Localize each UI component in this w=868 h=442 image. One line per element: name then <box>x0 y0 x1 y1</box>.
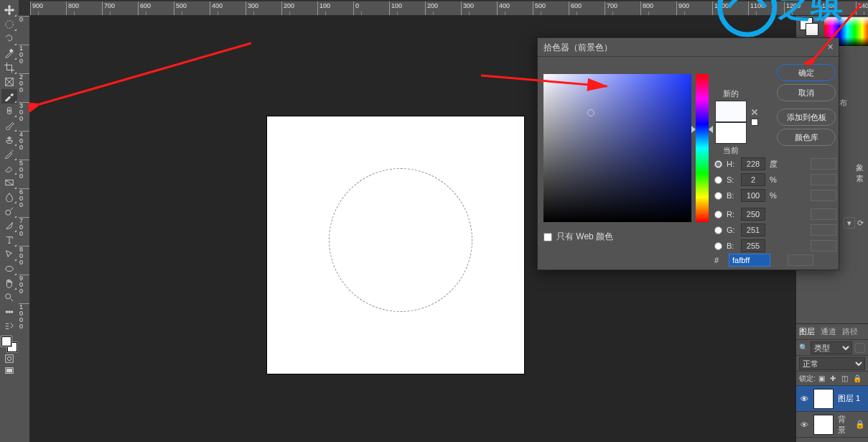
input-h[interactable] <box>741 157 765 170</box>
foreground-color-swatch[interactable] <box>1 336 11 346</box>
input-bl[interactable] <box>741 239 765 252</box>
input-hex[interactable] <box>729 254 770 267</box>
shape-tool[interactable] <box>1 262 17 276</box>
layer-row-1[interactable]: 👁 图层 1 <box>796 386 868 412</box>
radio-s[interactable] <box>714 176 722 184</box>
color-swatch[interactable] <box>1 336 17 352</box>
label-s: S: <box>727 175 737 184</box>
path-select-tool[interactable] <box>1 247 17 262</box>
label-b: B: <box>727 191 737 200</box>
input-r[interactable] <box>741 208 765 221</box>
eraser-tool[interactable] <box>1 161 17 175</box>
gradient-tool[interactable] <box>1 175 17 190</box>
ruler-vertical: 01002003004005006007008009001000 <box>19 16 30 442</box>
visibility-toggle[interactable]: 👁 <box>799 420 809 429</box>
layer-filter-type[interactable]: 类型 <box>811 341 852 354</box>
radio-g[interactable] <box>714 226 722 234</box>
radio-h[interactable] <box>714 160 722 168</box>
lasso-tool[interactable] <box>1 32 17 46</box>
type-tool[interactable] <box>1 233 17 247</box>
new-color-swatch <box>715 101 747 122</box>
input-b[interactable] <box>741 189 765 202</box>
move-tool[interactable] <box>1 3 17 17</box>
radio-bl[interactable] <box>714 242 722 250</box>
svg-rect-12 <box>6 354 14 362</box>
color-libraries-button[interactable]: 颜色库 <box>777 129 836 146</box>
svg-rect-15 <box>7 369 12 372</box>
document-canvas[interactable] <box>267 116 524 374</box>
svg-point-11 <box>11 311 13 313</box>
panel-bg-swatch[interactable] <box>806 23 818 36</box>
filter-toggle[interactable] <box>855 343 865 353</box>
toolbox <box>0 0 19 442</box>
healing-brush-tool[interactable] <box>1 103 17 118</box>
web-colors-label: 只有 Web 颜色 <box>556 231 613 243</box>
new-color-label: 新的 <box>715 88 747 99</box>
layer-name[interactable]: 图层 1 <box>838 393 865 404</box>
chip <box>788 254 813 266</box>
crop-tool[interactable] <box>1 60 17 75</box>
blend-mode-select[interactable]: 正常 <box>799 357 865 370</box>
lock-icon: 🔒 <box>855 420 865 429</box>
quickmask-toggle[interactable] <box>1 352 17 364</box>
chip <box>811 240 836 252</box>
label-hex: # <box>714 256 724 264</box>
layer-name[interactable]: 背景 <box>838 414 851 436</box>
svg-point-8 <box>6 294 11 299</box>
eyedropper-tool[interactable] <box>1 89 17 103</box>
web-colors-checkbox[interactable] <box>543 233 552 241</box>
search-icon[interactable]: 🔍 <box>799 344 808 351</box>
dodge-tool[interactable] <box>1 204 17 218</box>
chip <box>811 224 836 236</box>
gamut-color-swatch[interactable] <box>751 119 758 126</box>
ok-button[interactable]: 确定 <box>777 64 836 81</box>
lock-pixels-icon[interactable]: ▣ <box>818 374 827 383</box>
svg-point-10 <box>9 311 11 313</box>
edit-toolbar[interactable] <box>1 319 17 333</box>
layer-thumbnail[interactable] <box>813 415 834 435</box>
input-s[interactable] <box>741 173 765 186</box>
add-to-swatches-button[interactable]: 添加到色板 <box>777 109 836 126</box>
more-tools[interactable] <box>1 305 17 319</box>
blur-tool[interactable] <box>1 190 17 204</box>
zoom-tool[interactable] <box>1 290 17 305</box>
tab-paths[interactable]: 路径 <box>842 326 858 337</box>
label-bl: B: <box>727 241 737 250</box>
history-brush-tool[interactable] <box>1 147 17 161</box>
color-field[interactable] <box>543 74 691 222</box>
hand-tool[interactable] <box>1 276 17 290</box>
radio-r[interactable] <box>714 211 722 218</box>
current-color-swatch[interactable] <box>715 122 747 144</box>
lock-all-icon[interactable]: 🔒 <box>853 374 862 383</box>
label-h: H: <box>727 160 737 168</box>
magic-wand-tool[interactable] <box>1 46 17 60</box>
svg-point-2 <box>6 21 14 29</box>
marquee-tool[interactable] <box>1 17 17 32</box>
screenmode-toggle[interactable] <box>1 364 17 377</box>
visibility-toggle[interactable]: 👁 <box>799 395 809 403</box>
ruler-horizontal: 9008007006005004003002001000100200300400… <box>30 1 868 16</box>
input-g[interactable] <box>741 224 765 236</box>
radio-b[interactable] <box>714 192 722 200</box>
svg-point-13 <box>7 356 11 360</box>
layer-thumbnail[interactable] <box>813 389 834 409</box>
pen-tool[interactable] <box>1 218 17 233</box>
lock-artboard-icon[interactable]: ◫ <box>841 374 850 383</box>
gamut-warning-icon[interactable] <box>751 109 758 116</box>
tab-channels[interactable]: 通道 <box>821 326 836 337</box>
label-r: R: <box>727 210 737 218</box>
hue-slider[interactable] <box>696 74 709 222</box>
hue-pointer-right <box>709 126 713 133</box>
lock-position-icon[interactable]: ✚ <box>830 374 839 383</box>
unit-percent: % <box>770 175 783 184</box>
color-picker-dialog: 拾色器（前景色） ✕ 新的 当前 确定 取消 添加到色板 颜色库 H: 度 S:… <box>537 37 839 270</box>
clone-stamp-tool[interactable] <box>1 132 17 147</box>
tab-layers[interactable]: 图层 <box>799 326 815 337</box>
brush-tool[interactable] <box>1 118 17 132</box>
close-icon[interactable]: ✕ <box>824 41 836 52</box>
layers-panel: 图层 通道 路径 🔍 类型 正常 锁定: ▣ ✚ ◫ 🔒 👁 图层 1 👁 背景… <box>796 323 868 442</box>
layer-row-background[interactable]: 👁 背景 🔒 <box>796 412 868 438</box>
cancel-button[interactable]: 取消 <box>777 84 836 101</box>
frame-tool[interactable] <box>1 75 17 89</box>
svg-point-9 <box>6 311 8 313</box>
